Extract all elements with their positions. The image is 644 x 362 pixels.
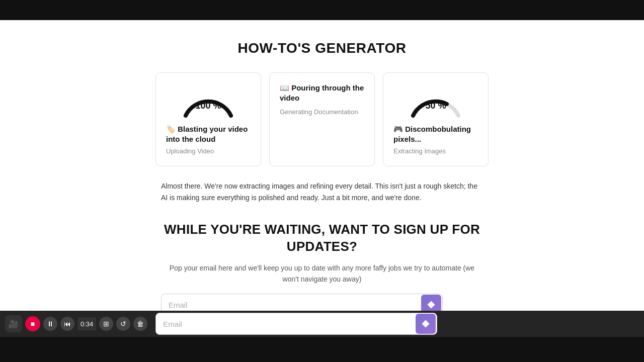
card-images-progress: 50 % [393, 83, 478, 118]
delete-button[interactable]: 🗑 [133, 317, 147, 331]
upload-sublabel: Uploading Video [166, 147, 214, 156]
refresh-icon: ↺ [120, 320, 126, 328]
email-row [161, 294, 443, 311]
record-button[interactable]: ■ [25, 316, 40, 331]
toolbar-email-submit[interactable] [416, 314, 436, 334]
card-images: 50 % 🎮 Discombobulating pixels... Extrac… [383, 72, 489, 166]
page-title: HOW-TO'S GENERATOR [237, 40, 406, 56]
rewind-button[interactable]: ⏮ [60, 317, 74, 331]
grid-icon: ⊞ [103, 320, 109, 328]
docs-label: 📖 Pouring through the video [280, 83, 364, 103]
docs-sublabel: Generating Documentation [280, 108, 358, 117]
email-input[interactable] [162, 301, 420, 309]
arc-upload: 100 % [181, 83, 236, 118]
refresh-button[interactable]: ↺ [116, 317, 130, 331]
diamond-icon [427, 300, 436, 309]
svg-marker-0 [428, 301, 435, 309]
trash-icon: 🗑 [137, 320, 144, 328]
waiting-title: WHILE YOU'RE WAITING, WANT TO SIGN UP FO… [161, 221, 483, 255]
waiting-desc: Pop your email here and we'll keep you u… [161, 262, 483, 285]
card-upload-progress: 100 % [166, 83, 251, 118]
upload-percent: 100 % [195, 101, 221, 111]
cards-row: 100 % 🏷️ Blasting your video into the cl… [155, 72, 489, 166]
camera-icon: 🎥 [9, 319, 19, 329]
docs-icon: 📖 [280, 83, 291, 92]
toolbar-diamond-icon [421, 319, 430, 328]
images-percent: 50 % [425, 101, 446, 111]
description-text: Almost there. We're now extracting image… [161, 180, 483, 203]
arc-images: 50 % [408, 83, 463, 118]
bottom-bar [0, 337, 644, 362]
camera-button[interactable]: 🎥 [5, 315, 22, 332]
images-icon: 🎮 [393, 125, 405, 133]
pause-button[interactable]: ⏸ [43, 317, 57, 331]
toolbar-email-input[interactable] [156, 320, 415, 328]
top-bar [0, 0, 644, 20]
card-upload: 100 % 🏷️ Blasting your video into the cl… [155, 72, 261, 166]
toolbar: 🎥 ■ ⏸ ⏮ 0:34 ⊞ ↺ 🗑 [0, 311, 644, 337]
email-submit-button[interactable] [421, 295, 441, 311]
upload-icon: 🏷️ [166, 125, 178, 133]
toolbar-time: 0:34 [77, 317, 96, 330]
rewind-icon: ⏮ [64, 320, 71, 328]
toolbar-email-row [155, 313, 437, 335]
svg-marker-1 [422, 320, 430, 328]
record-icon: ■ [31, 320, 35, 328]
grid-button[interactable]: ⊞ [99, 317, 113, 331]
images-sublabel: Extracting Images [393, 147, 446, 156]
pause-icon: ⏸ [47, 320, 54, 328]
images-label: 🎮 Discombobulating pixels... [393, 124, 478, 144]
main-content: HOW-TO'S GENERATOR 100 % 🏷️ Blasting you… [0, 20, 644, 311]
waiting-section: WHILE YOU'RE WAITING, WANT TO SIGN UP FO… [161, 221, 483, 311]
card-docs: 📖 Pouring through the video Generating D… [269, 72, 375, 166]
toolbar-email-area [150, 313, 639, 335]
upload-label: 🏷️ Blasting your video into the cloud [166, 124, 251, 144]
